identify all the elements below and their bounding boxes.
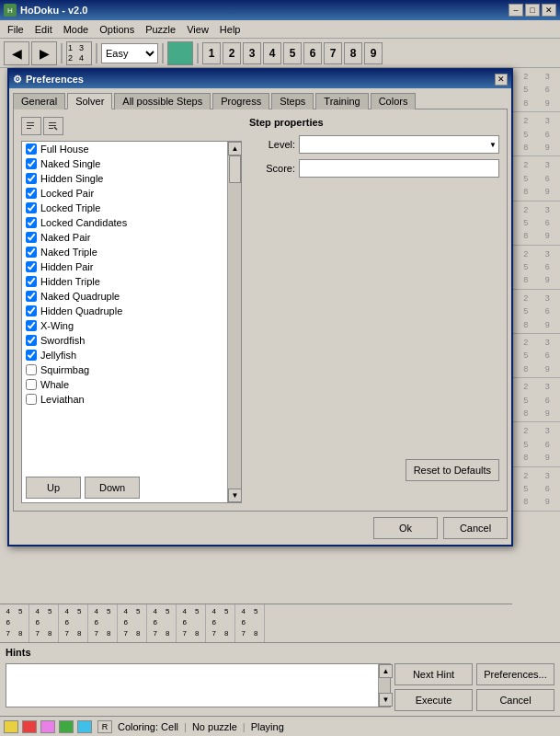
status-sep-1: | (184, 721, 187, 732)
tab-all-possible-steps[interactable]: All possible Steps (114, 93, 211, 109)
step-item[interactable]: Hidden Triple (22, 274, 241, 289)
step-checkbox[interactable] (26, 364, 37, 375)
bg-num: 4 (120, 606, 132, 617)
digit-2[interactable]: 2 (223, 42, 241, 64)
maximize-button[interactable]: □ (525, 4, 540, 17)
svg-rect-1 (27, 125, 34, 126)
score-input[interactable] (299, 159, 499, 178)
hints-cancel-button[interactable]: Cancel (476, 689, 554, 711)
scroll-down-arrow[interactable]: ▼ (228, 489, 242, 502)
execute-button[interactable]: Execute (394, 689, 473, 711)
list-icon-btn-2[interactable] (43, 117, 63, 135)
step-item[interactable]: Squirmbag (22, 362, 241, 377)
step-item[interactable]: Naked Pair (22, 230, 241, 245)
list-icon-btn-1[interactable] (21, 117, 41, 135)
preferences-button[interactable]: Preferences... (476, 663, 554, 685)
step-item[interactable]: Hidden Pair (22, 259, 241, 274)
hints-scrollbar[interactable]: ▲ ▼ (378, 664, 390, 707)
digit-1[interactable]: 1 (202, 42, 221, 64)
color-swatch-pink (40, 720, 55, 733)
step-checkbox[interactable] (26, 261, 37, 272)
menu-edit[interactable]: Edit (29, 22, 58, 37)
bg-num: 5 (191, 606, 204, 617)
menu-options[interactable]: Options (94, 22, 140, 37)
step-item[interactable]: Hidden Single (22, 171, 241, 186)
digit-5[interactable]: 5 (283, 42, 302, 64)
step-item[interactable]: Locked Pair (22, 186, 241, 201)
level-combo[interactable]: ▼ (299, 135, 499, 154)
step-checkbox[interactable] (26, 394, 37, 405)
tab-training[interactable]: Training (315, 93, 368, 109)
digit-6[interactable]: 6 (303, 42, 322, 64)
hints-scroll-down[interactable]: ▼ (379, 693, 393, 707)
tab-colors[interactable]: Colors (371, 93, 417, 109)
step-checkbox[interactable] (26, 350, 37, 361)
close-button[interactable]: ✕ (542, 4, 556, 17)
app-icon: H (4, 4, 17, 17)
menu-puzzle[interactable]: Puzzle (140, 22, 181, 37)
scroll-up-arrow[interactable]: ▲ (228, 142, 242, 155)
bg-num: 6 (31, 617, 44, 628)
tab-progress[interactable]: Progress (212, 93, 269, 109)
step-checkbox[interactable] (26, 232, 37, 243)
step-item[interactable]: Full House (22, 142, 241, 156)
step-checkbox[interactable] (26, 158, 37, 169)
step-checkbox[interactable] (26, 291, 37, 302)
menu-file[interactable]: File (2, 22, 29, 37)
cancel-button[interactable]: Cancel (443, 517, 508, 539)
minimize-button[interactable]: – (509, 4, 523, 17)
rn-cell: 5 (515, 83, 537, 96)
bg-num: 7 (90, 628, 103, 639)
step-checkbox[interactable] (26, 202, 37, 213)
step-checkbox[interactable] (26, 379, 37, 390)
modal-close-button[interactable]: ✕ (495, 74, 508, 86)
hints-scroll-up[interactable]: ▲ (379, 664, 393, 678)
step-item[interactable]: Naked Single (22, 156, 241, 171)
step-checkbox[interactable] (26, 217, 37, 228)
step-item[interactable]: Hidden Quadruple (22, 304, 241, 318)
digit-3[interactable]: 3 (243, 42, 261, 64)
digit-9[interactable]: 9 (364, 42, 383, 64)
reset-defaults-button[interactable]: Reset to Defaults (406, 459, 499, 481)
step-checkbox[interactable] (26, 320, 37, 331)
menu-view[interactable]: View (181, 22, 214, 37)
difficulty-select[interactable]: Easy Medium Hard Expert (101, 43, 158, 63)
step-checkbox[interactable] (26, 188, 37, 199)
menu-mode[interactable]: Mode (58, 22, 95, 37)
step-item[interactable]: Swordfish (22, 333, 241, 348)
rn-cell: 9 (537, 273, 559, 286)
step-checkbox[interactable] (26, 173, 37, 184)
reset-r-button[interactable]: R (97, 720, 112, 733)
step-item[interactable]: Naked Quadruple (22, 289, 241, 304)
down-button[interactable]: Down (85, 477, 140, 499)
ok-button[interactable]: Ok (373, 517, 438, 539)
step-item[interactable]: Locked Triple (22, 201, 241, 215)
digit-8[interactable]: 8 (344, 42, 362, 64)
step-checkbox[interactable] (26, 305, 37, 316)
step-checkbox[interactable] (26, 276, 37, 287)
step-checkbox[interactable] (26, 335, 37, 346)
undo-button[interactable]: ◀ (4, 41, 29, 65)
tab-general[interactable]: General (13, 93, 65, 109)
list-scrollbar[interactable]: ▲ ▼ (227, 142, 241, 502)
status-sep-2: | (243, 721, 246, 732)
menu-help[interactable]: Help (214, 22, 246, 37)
redo-button[interactable]: ▶ (31, 41, 57, 65)
step-item[interactable]: Leviathan (22, 392, 241, 407)
tab-steps[interactable]: Steps (271, 93, 314, 109)
color-swatch-red (22, 720, 37, 733)
tab-solver[interactable]: Solver (67, 93, 112, 109)
step-checkbox[interactable] (26, 144, 37, 155)
step-item[interactable]: Locked Candidates (22, 215, 241, 230)
step-item[interactable]: Naked Triple (22, 245, 241, 259)
step-checkbox[interactable] (26, 247, 37, 258)
step-item[interactable]: Jellyfish (22, 348, 241, 362)
digit-4[interactable]: 4 (263, 42, 281, 64)
rn-cell: 6 (537, 216, 559, 229)
digit-7[interactable]: 7 (324, 42, 342, 64)
next-hint-button[interactable]: Next Hint (394, 663, 473, 685)
scroll-thumb[interactable] (229, 155, 241, 183)
step-item[interactable]: X-Wing (22, 318, 241, 333)
step-item[interactable]: Whale (22, 377, 241, 392)
up-button[interactable]: Up (26, 477, 81, 499)
